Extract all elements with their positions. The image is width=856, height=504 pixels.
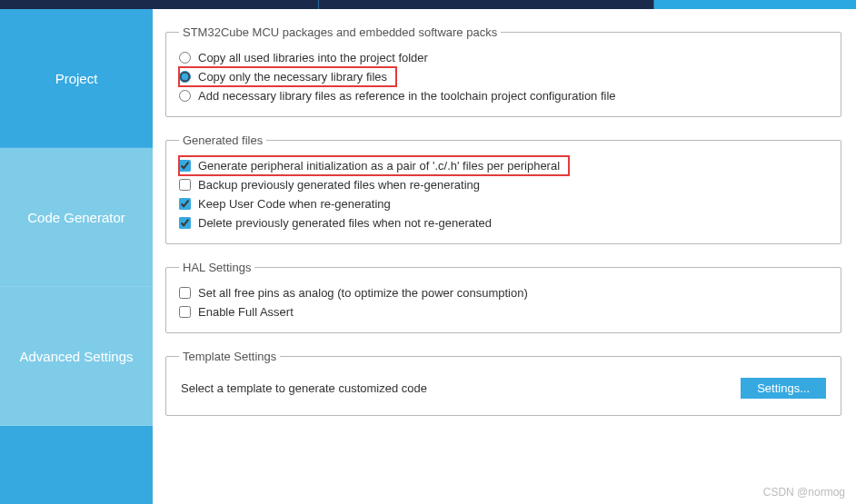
- label-add-reference: Add necessary library files as reference…: [198, 89, 616, 103]
- checkbox-backup[interactable]: [179, 179, 191, 191]
- checkbox-delete-prev[interactable]: [179, 217, 191, 229]
- label-copy-necessary: Copy only the necessary library files: [198, 70, 387, 84]
- settings-button[interactable]: Settings...: [741, 378, 826, 399]
- top-tab-bar: [0, 0, 856, 9]
- packages-legend: STM32Cube MCU packages and embedded soft…: [179, 25, 501, 39]
- sidebar-item-project[interactable]: Project: [0, 9, 153, 148]
- packages-group: STM32Cube MCU packages and embedded soft…: [165, 25, 841, 117]
- template-settings-group: Template Settings Select a template to g…: [165, 350, 841, 416]
- checkbox-keep-user-code[interactable]: [179, 198, 191, 210]
- generated-files-group: Generated files Generate peripheral init…: [165, 133, 841, 244]
- label-delete-prev: Delete previously generated files when n…: [198, 216, 492, 230]
- checkbox-full-assert[interactable]: [179, 306, 191, 318]
- hal-settings-group: HAL Settings Set all free pins as analog…: [165, 261, 841, 333]
- label-free-pins-analog: Set all free pins as analog (to optimize…: [198, 286, 528, 300]
- checkbox-pair-files[interactable]: [179, 160, 191, 172]
- template-description: Select a template to generate customized…: [181, 381, 427, 395]
- main-panel: STM32Cube MCU packages and embedded soft…: [153, 9, 856, 504]
- label-pair-files: Generate peripheral initialization as a …: [198, 159, 560, 173]
- radio-copy-necessary[interactable]: [179, 71, 191, 83]
- label-keep-user-code: Keep User Code when re-generating: [198, 197, 391, 211]
- checkbox-free-pins-analog[interactable]: [179, 287, 191, 299]
- sidebar-item-advanced-settings[interactable]: Advanced Settings: [0, 287, 153, 426]
- radio-copy-all[interactable]: [179, 52, 191, 64]
- label-backup: Backup previously generated files when r…: [198, 178, 480, 192]
- label-copy-all: Copy all used libraries into the project…: [198, 51, 428, 64]
- sidebar-item-code-generator[interactable]: Code Generator: [0, 148, 153, 287]
- hal-legend: HAL Settings: [179, 261, 254, 274]
- watermark: CSDN @normog: [763, 486, 845, 499]
- radio-add-reference[interactable]: [179, 90, 191, 102]
- label-full-assert: Enable Full Assert: [198, 305, 294, 319]
- template-legend: Template Settings: [179, 350, 280, 363]
- sidebar: Project Code Generator Advanced Settings: [0, 9, 153, 504]
- generated-legend: Generated files: [179, 133, 266, 147]
